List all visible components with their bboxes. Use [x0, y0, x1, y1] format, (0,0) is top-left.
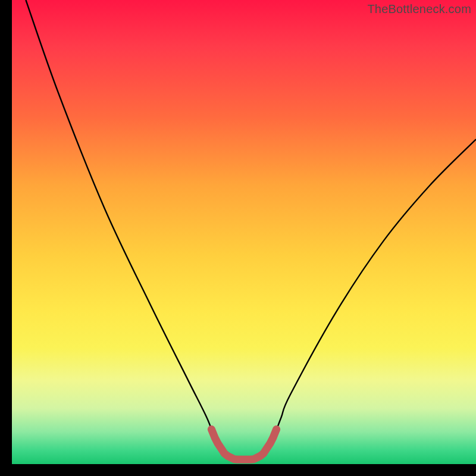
plot-area: TheBottleneck.com	[12, 0, 476, 464]
chart-frame: TheBottleneck.com	[0, 0, 476, 476]
bottleneck-curve	[26, 0, 476, 460]
highlight-band	[211, 430, 276, 460]
curve-line	[26, 0, 476, 460]
chart-svg	[12, 0, 476, 464]
